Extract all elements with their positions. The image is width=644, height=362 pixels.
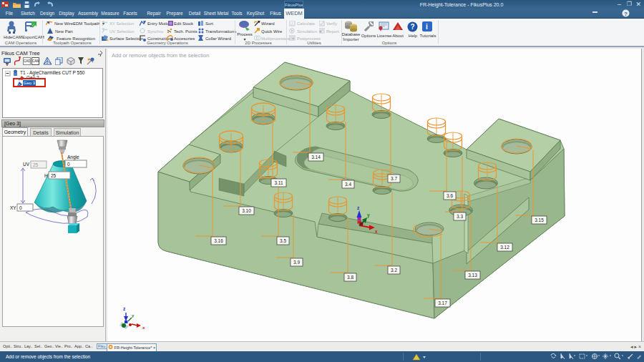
svg-text:x: x	[142, 326, 145, 330]
svg-text:3.4: 3.4	[345, 182, 351, 187]
svg-text:z: z	[123, 306, 126, 311]
svg-text:3.7: 3.7	[391, 176, 397, 181]
svg-text:3.10: 3.10	[242, 208, 251, 213]
svg-text:XY: XY	[10, 205, 16, 210]
svg-text:25: 25	[51, 173, 57, 178]
svg-text:3.3: 3.3	[457, 214, 463, 219]
svg-text:i: i	[426, 23, 428, 31]
svg-text:3.16: 3.16	[214, 238, 223, 243]
svg-text:U: U	[290, 21, 293, 26]
svg-text:H: H	[44, 173, 48, 178]
svg-text:x: x	[375, 229, 378, 234]
svg-text:3.12: 3.12	[500, 245, 509, 250]
svg-text:y: y	[367, 212, 370, 218]
svg-text:0: 0	[19, 205, 22, 210]
svg-text:Angle: Angle	[67, 155, 79, 160]
svg-text:?: ?	[411, 23, 415, 31]
svg-text:0: 0	[67, 162, 70, 167]
svg-text:3.11: 3.11	[274, 180, 283, 185]
svg-text:3.17: 3.17	[438, 300, 447, 305]
svg-text:3.9: 3.9	[293, 260, 300, 265]
svg-text:UV: UV	[23, 162, 30, 167]
svg-text:y: y	[132, 313, 135, 318]
svg-text:25: 25	[33, 162, 39, 167]
svg-text:?: ?	[624, 11, 628, 17]
svg-text:3.15: 3.15	[535, 217, 544, 222]
svg-text:3.5: 3.5	[280, 238, 286, 243]
svg-text:3.6: 3.6	[447, 193, 453, 198]
svg-text:3.14: 3.14	[311, 155, 321, 160]
svg-text:3.13: 3.13	[468, 273, 477, 278]
svg-text:3.8: 3.8	[347, 275, 353, 280]
svg-text:3.2: 3.2	[391, 268, 397, 273]
